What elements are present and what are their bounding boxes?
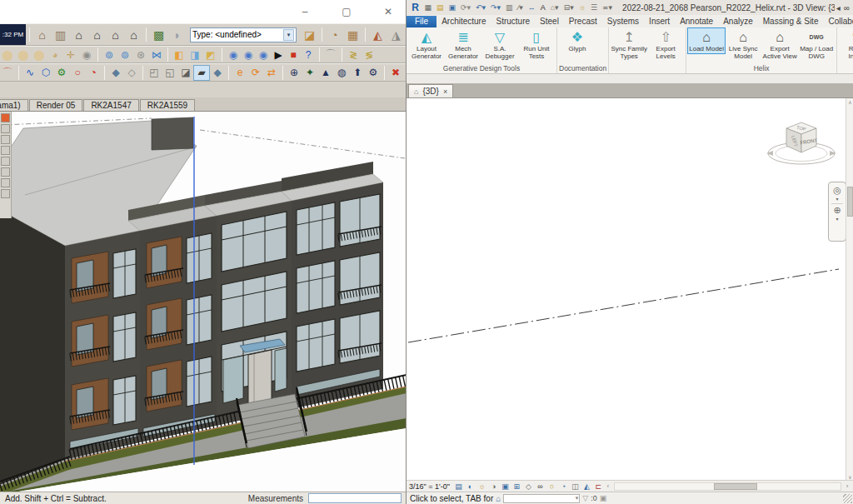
measure-icon[interactable]: ∕▾: [516, 3, 525, 12]
tab-collaborate[interactable]: Collaborate: [823, 16, 853, 27]
reveal-hidden-icon[interactable]: ○: [546, 482, 557, 491]
wrench-icon[interactable]: ⚙: [54, 66, 69, 80]
workset-toggle-icon[interactable]: ≖▾: [601, 3, 614, 12]
unlock-3d-icon[interactable]: ◇: [523, 482, 534, 491]
warehouse-icon[interactable]: ⌂: [125, 26, 142, 43]
scene-tab-rk2a1547[interactable]: RK2A1547: [83, 99, 138, 111]
tab-systems[interactable]: Systems: [602, 16, 644, 27]
horizontal-scrollbar[interactable]: [614, 482, 841, 491]
filter-icon[interactable]: ▽: [582, 494, 588, 502]
maximize-icon[interactable]: ▢: [340, 6, 353, 17]
shadows-icon[interactable]: ◑: [488, 482, 499, 491]
chevron-down-icon[interactable]: ▾: [283, 29, 294, 41]
skin-tool2-icon[interactable]: ◉: [241, 47, 256, 62]
load-model-button[interactable]: ⌂Load Model: [688, 28, 725, 53]
switch-windows-icon[interactable]: ▦: [422, 3, 433, 12]
temp-view-properties-icon[interactable]: ◫: [570, 482, 581, 491]
close-view-icon[interactable]: ×: [443, 87, 447, 96]
close-icon[interactable]: ✕: [382, 6, 395, 17]
visual-style-icon[interactable]: ◐: [465, 482, 476, 491]
hatchet-s-icon[interactable]: ≶: [362, 47, 377, 62]
house-outline-icon[interactable]: ⌂: [107, 26, 124, 43]
tray-tool-6[interactable]: [1, 167, 10, 177]
scale-hands-icon[interactable]: ⊛: [133, 47, 148, 62]
open-icon[interactable]: ▤: [435, 3, 446, 12]
top-box-icon[interactable]: ◨: [187, 47, 202, 62]
scroll-right-icon[interactable]: ›: [844, 482, 851, 490]
export-e-icon[interactable]: e: [232, 66, 247, 80]
sun-path-icon[interactable]: ☼: [476, 482, 487, 491]
front-box-icon[interactable]: ◩: [203, 47, 218, 62]
print-icon[interactable]: ▥: [504, 3, 515, 12]
temp-hide-isolate-icon[interactable]: ∞: [535, 482, 546, 491]
transfer-icon[interactable]: ⇄: [264, 66, 279, 80]
orbit-icon[interactable]: ⬤: [0, 47, 15, 62]
tray-tool-3[interactable]: [1, 135, 10, 144]
glyph-button[interactable]: ❖Glyph: [559, 28, 596, 53]
hand-icon[interactable]: ✛: [63, 47, 78, 62]
circle-tool-icon[interactable]: ○: [70, 66, 85, 80]
sandbox-contours-icon[interactable]: ◔: [326, 26, 343, 43]
tab-structure[interactable]: Structure: [491, 16, 535, 27]
sa-debugger-button[interactable]: ▽S.A. Debugger: [481, 28, 518, 61]
redo-icon[interactable]: ↷▾: [489, 3, 502, 12]
iso-box-icon[interactable]: ◧: [172, 47, 187, 62]
resize-grip[interactable]: [843, 494, 852, 503]
settings-gear-icon[interactable]: ⚙: [366, 66, 381, 80]
mech-generator-button[interactable]: ≣Mech Generator: [445, 28, 481, 61]
hatchet-icon[interactable]: ≷: [346, 47, 361, 62]
live-sync-model-button[interactable]: ⌂Live Sync Model: [725, 28, 761, 61]
sketchup-viewport[interactable]: [0, 111, 407, 492]
tray-tool-5[interactable]: [1, 157, 10, 166]
tab-steel[interactable]: Steel: [535, 16, 564, 27]
sun-icon[interactable]: ☼: [577, 3, 587, 12]
material-ball-icon[interactable]: ◍: [334, 66, 349, 80]
pie-tool-icon[interactable]: ◔: [86, 66, 101, 80]
box-left-icon[interactable]: ◰: [147, 66, 162, 80]
map-load-dwg-button[interactable]: DWGMap / Load DWG: [798, 28, 835, 61]
terrain-icon[interactable]: ◗: [168, 26, 186, 43]
tab-massing-site[interactable]: Massing & Site: [758, 16, 824, 27]
tab-architecture[interactable]: Architecture: [436, 16, 491, 27]
tray-tool-1[interactable]: [1, 113, 10, 122]
chevron-down-icon[interactable]: ▾: [836, 197, 838, 202]
detail-level-icon[interactable]: ▤: [453, 482, 464, 491]
stamp-icon[interactable]: ◮: [387, 26, 405, 43]
viewcube[interactable]: TOP LEFT FRONT: [763, 117, 840, 170]
view-tab-3d[interactable]: ⌂ {3D} ×: [408, 84, 453, 97]
collapse-icon[interactable]: ‹: [605, 482, 611, 490]
default-3d-view-icon[interactable]: ⌂▾: [549, 3, 561, 12]
scroll-down-icon[interactable]: ∨: [846, 474, 853, 480]
worksharing-display-icon[interactable]: ◔: [558, 482, 569, 491]
curve-flip-icon[interactable]: ⌒: [323, 47, 338, 62]
play-icon[interactable]: ▶: [271, 47, 286, 62]
arc-tool-icon[interactable]: ⌒: [0, 66, 15, 80]
run-unit-tests-button[interactable]: ▯Run Unit Tests: [518, 28, 555, 61]
aligned-dimension-icon[interactable]: ↔: [526, 3, 537, 12]
rotate-icon[interactable]: ⊚: [117, 47, 132, 62]
zoom-ball-icon[interactable]: ⬤: [32, 47, 47, 62]
revit-drawing-area[interactable]: TOP LEFT FRONT ◎ ▾ ⊕ ▾ ∧ ∨: [407, 97, 853, 480]
vertical-scrollbar[interactable]: ∧ ∨: [846, 98, 853, 480]
skin-tool-icon[interactable]: ◉: [226, 47, 241, 62]
reveal-constraints-icon[interactable]: ⊏: [593, 482, 604, 491]
tree-icon[interactable]: ✦: [302, 66, 317, 80]
polygon-icon[interactable]: ⬡: [38, 66, 53, 80]
type-dropdown[interactable]: Type: <undefined> ▾: [190, 27, 297, 42]
infocenter-back-icon[interactable]: ◂: [836, 3, 841, 12]
zoom-window-icon[interactable]: ◕: [47, 47, 62, 62]
sync-icon[interactable]: ⟳▾: [459, 3, 472, 12]
search-icon[interactable]: ∞: [844, 3, 850, 12]
layers-box-icon[interactable]: ▰: [194, 66, 209, 80]
section-icon[interactable]: ⊟▾: [562, 3, 576, 12]
pull-box-icon[interactable]: ◇: [124, 66, 139, 80]
navigation-bar[interactable]: ◎ ▾ ⊕ ▾: [828, 182, 846, 242]
tab-analyze[interactable]: Analyze: [718, 16, 758, 27]
skin-tool3-icon[interactable]: ◉: [256, 47, 271, 62]
add-location-icon[interactable]: ⊕: [287, 66, 302, 80]
classifier-icon[interactable]: ◪: [301, 26, 318, 43]
scene-tab-render-05[interactable]: Render 05: [29, 99, 83, 111]
editable-only-icon[interactable]: ▣: [600, 494, 607, 502]
pan-ball-icon[interactable]: ⬤: [16, 47, 31, 62]
daylight-icon[interactable]: ▲: [318, 66, 333, 80]
